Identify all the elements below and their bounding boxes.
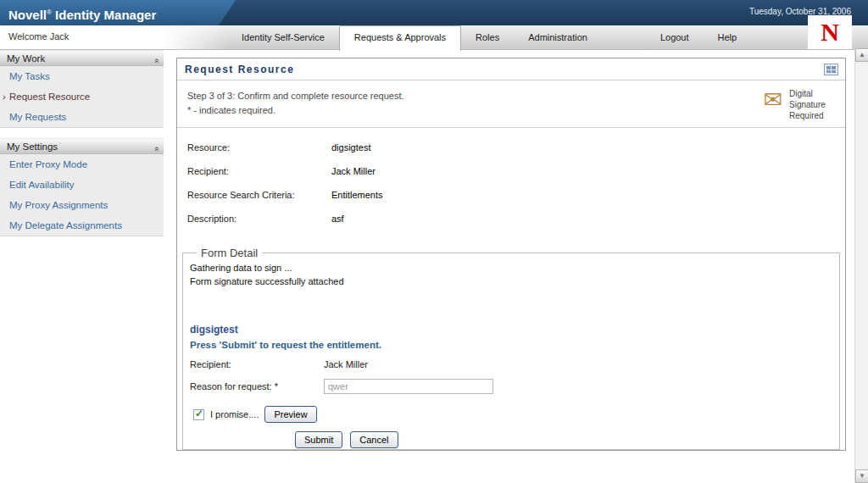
field-value: Entitlements bbox=[331, 189, 383, 201]
step-instructions: Step 3 of 3: Confirm and complete resour… bbox=[177, 80, 845, 128]
sidebar-section-title: My Settings bbox=[7, 142, 58, 152]
recipient-label: Recipient: bbox=[190, 358, 324, 370]
digital-signature-note: Digital Signature Required bbox=[789, 86, 833, 121]
sidebar-item-my-delegate-assignments[interactable]: My Delegate Assignments bbox=[0, 215, 164, 236]
sidebar-item-edit-availability[interactable]: Edit Availability bbox=[0, 175, 164, 195]
recipient-value: Jack Miller bbox=[324, 358, 368, 370]
action-buttons: Submit Cancel bbox=[190, 431, 832, 448]
tab-requests-approvals[interactable]: Requests & Approvals bbox=[339, 25, 461, 51]
reason-label: Reason for request: * bbox=[190, 380, 324, 392]
main-tabs: Identity Self-Service Requests & Approva… bbox=[227, 25, 751, 50]
tab-administration[interactable]: Administration bbox=[514, 25, 602, 50]
selected-item-arrow-icon: › bbox=[3, 86, 6, 107]
tab-bar: Welcome Jack Identity Self-Service Reque… bbox=[0, 25, 868, 50]
submit-button[interactable]: Submit bbox=[295, 431, 342, 448]
brand-product: Identity Manager bbox=[52, 8, 156, 22]
digital-signature-envelope-icon: ✉ bbox=[763, 86, 782, 114]
sidebar-navigation: My Work » My Tasks ›Request Resource My … bbox=[0, 50, 164, 247]
scroll-up-icon[interactable]: ▲ bbox=[855, 48, 868, 62]
sidebar-item-enter-proxy-mode[interactable]: Enter Proxy Mode bbox=[0, 154, 164, 175]
tab-help[interactable]: Help bbox=[704, 25, 752, 50]
field-value: asf bbox=[331, 213, 344, 225]
field-label: Recipient: bbox=[187, 165, 331, 177]
required-note: * - indicates required. bbox=[187, 103, 835, 118]
sidebar-item-my-proxy-assignments[interactable]: My Proxy Assignments bbox=[0, 195, 164, 215]
form-detail-fieldset: Form Detail Gathering data to sign ... F… bbox=[182, 247, 840, 450]
signature-log-line: Form signature successfully attached bbox=[190, 275, 832, 288]
portlet-menu-icon[interactable] bbox=[824, 64, 838, 75]
form-recipient-row: Recipient: Jack Miller bbox=[190, 358, 832, 370]
sidebar-header-my-work[interactable]: My Work » bbox=[0, 50, 164, 66]
sidebar-item-label: My Tasks bbox=[9, 71, 50, 81]
panel-header: Request Resource bbox=[177, 58, 845, 80]
brand-name: Novell bbox=[8, 8, 47, 22]
form-detail-legend: Form Detail bbox=[197, 247, 262, 259]
field-row-description: Description: asf bbox=[187, 213, 835, 225]
sidebar-header-my-settings[interactable]: My Settings » bbox=[0, 138, 164, 154]
signature-log-line: Gathering data to sign ... bbox=[190, 261, 832, 275]
sidebar-section-my-settings: My Settings » Enter Proxy Mode Edit Avai… bbox=[0, 138, 164, 236]
scroll-down-icon[interactable]: ▼ bbox=[855, 469, 868, 483]
form-title: digsigtest bbox=[190, 324, 832, 336]
reason-for-request-input[interactable] bbox=[324, 379, 493, 394]
sidebar-section-my-work: My Work » My Tasks ›Request Resource My … bbox=[0, 50, 164, 128]
tab-identity-self-service[interactable]: Identity Self-Service bbox=[227, 25, 339, 50]
digital-signature-indicator: ✉ Digital Signature Required bbox=[763, 86, 833, 121]
novell-logo: N bbox=[808, 15, 852, 49]
field-row-recipient: Recipient: Jack Miller bbox=[187, 165, 835, 177]
sidebar-item-my-requests[interactable]: My Requests bbox=[0, 107, 164, 127]
preview-button[interactable]: Preview bbox=[264, 406, 316, 423]
field-row-search-criteria: Resource Search Criteria: Entitlements bbox=[187, 189, 835, 201]
field-value: digsigtest bbox=[331, 142, 370, 153]
field-label: Resource Search Criteria: bbox=[187, 189, 331, 201]
sidebar-item-my-tasks[interactable]: My Tasks bbox=[0, 66, 164, 86]
request-summary-fields: Resource: digsigtest Recipient: Jack Mil… bbox=[177, 128, 845, 247]
sidebar-item-label: My Delegate Assignments bbox=[9, 220, 122, 230]
sidebar-item-label: My Proxy Assignments bbox=[9, 200, 108, 210]
page-title: Request Resource bbox=[185, 64, 294, 75]
promise-checkbox[interactable]: ✓ bbox=[193, 409, 204, 420]
promise-label: I promise.... bbox=[210, 409, 259, 419]
sidebar-item-label: Edit Availability bbox=[9, 180, 75, 190]
sidebar-item-label: My Requests bbox=[9, 112, 66, 122]
sidebar-item-request-resource[interactable]: ›Request Resource bbox=[0, 86, 164, 107]
chevron-double-up-icon[interactable]: » bbox=[148, 147, 164, 152]
cancel-button[interactable]: Cancel bbox=[350, 431, 398, 448]
check-icon: ✓ bbox=[195, 408, 203, 419]
top-header-bar: Novell® Identity Manager Tuesday, Octobe… bbox=[0, 0, 868, 25]
sidebar-item-label: Enter Proxy Mode bbox=[9, 159, 87, 169]
promise-row: ✓ I promise.... Preview bbox=[190, 406, 832, 423]
field-row-resource: Resource: digsigtest bbox=[187, 142, 835, 153]
welcome-message: Welcome Jack bbox=[0, 25, 229, 49]
sidebar-item-label: Request Resource bbox=[9, 92, 90, 102]
tab-roles[interactable]: Roles bbox=[461, 25, 514, 50]
form-reason-row: Reason for request: * bbox=[190, 379, 832, 394]
step-text: Step 3 of 3: Confirm and complete resour… bbox=[187, 89, 835, 103]
field-value: Jack Miller bbox=[331, 165, 376, 177]
field-label: Description: bbox=[187, 213, 331, 225]
field-label: Resource: bbox=[187, 142, 331, 153]
novell-n-icon: N bbox=[821, 19, 839, 45]
sidebar-section-title: My Work bbox=[7, 53, 45, 64]
request-resource-panel: Request Resource Step 3 of 3: Confirm an… bbox=[176, 58, 846, 451]
app-brand: Novell® Identity Manager bbox=[0, 0, 236, 25]
tab-logout[interactable]: Logout bbox=[646, 25, 704, 50]
submit-instruction: Press 'Submit' to request the entitlemen… bbox=[190, 340, 832, 350]
chevron-double-up-icon[interactable]: » bbox=[148, 58, 164, 64]
vertical-scrollbar[interactable]: ▲ ▼ bbox=[854, 48, 868, 483]
